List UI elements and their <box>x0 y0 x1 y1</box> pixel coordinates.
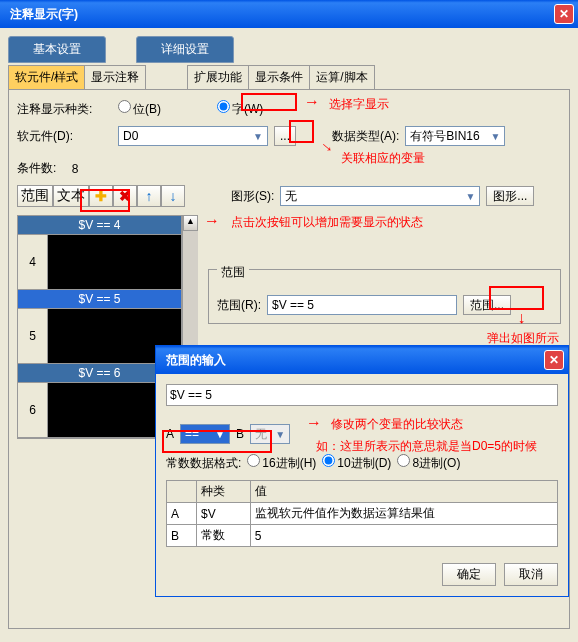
data-type-label: 数据类型(A): <box>332 128 399 145</box>
device-browse-button[interactable]: ... <box>274 126 296 146</box>
data-type-combo[interactable]: 有符号BIN16▼ <box>405 126 505 146</box>
device-combo[interactable]: D0▼ <box>118 126 268 146</box>
text-button[interactable]: 文本 <box>53 185 89 207</box>
dialog-title: 范围的输入 <box>160 352 544 369</box>
ok-button[interactable]: 确定 <box>442 563 496 586</box>
annotation: 如：这里所表示的意思就是当D0=5的时候 <box>316 438 537 455</box>
tab-extend[interactable]: 扩展功能 <box>187 65 249 90</box>
shape-browse-button[interactable]: 图形... <box>486 186 534 206</box>
up-button[interactable]: ↑ <box>137 185 161 207</box>
tab-detail[interactable]: 详细设置 <box>136 36 234 63</box>
window-title: 注释显示(字) <box>4 6 554 23</box>
add-button[interactable]: ✚ <box>89 185 113 207</box>
radio-bit[interactable]: 位(B) <box>118 100 161 118</box>
radio-hex[interactable]: 16进制(H) <box>247 454 316 472</box>
range-edit-button[interactable]: 范围... <box>463 295 511 315</box>
radio-dec[interactable]: 10进制(D) <box>322 454 391 472</box>
format-label: 常数数据格式: <box>166 455 241 472</box>
annotation: 关联相应的变量 <box>341 150 425 167</box>
cond-count-value: 8 <box>72 162 79 176</box>
down-button[interactable]: ↓ <box>161 185 185 207</box>
close-icon[interactable]: ✕ <box>544 350 564 370</box>
tab-script[interactable]: 运算/脚本 <box>309 65 374 90</box>
annotation: 选择字显示 <box>329 96 389 113</box>
close-icon[interactable]: ✕ <box>554 4 574 24</box>
annotation: 点击次按钮可以增加需要显示的状态 <box>231 214 423 231</box>
table-row: B常数5 <box>167 525 558 547</box>
list-item-head: $V == 5 <box>18 290 181 309</box>
b-combo: 无▼ <box>250 424 290 444</box>
shape-label: 图形(S): <box>231 188 274 205</box>
table-row: A$V监视软元件值作为数据运算结果值 <box>167 503 558 525</box>
display-type-label: 注释显示种类: <box>17 101 112 118</box>
scroll-up-icon[interactable]: ▲ <box>183 215 198 231</box>
cancel-button[interactable]: 取消 <box>504 563 558 586</box>
chevron-down-icon: ▼ <box>253 131 263 142</box>
radio-oct[interactable]: 8进制(O) <box>397 454 460 472</box>
chevron-down-icon: ▼ <box>465 191 475 202</box>
range-group: 范围 范围(R): $V == 5 范围... <box>208 269 561 324</box>
tab-basic[interactable]: 基本设置 <box>8 36 106 63</box>
device-label: 软元件(D): <box>17 128 112 145</box>
shape-combo[interactable]: 无▼ <box>280 186 480 206</box>
annotation: 修改两个变量的比较状态 <box>331 416 463 433</box>
radio-word[interactable]: 字(W) <box>217 100 263 118</box>
tab-condition[interactable]: 显示条件 <box>248 65 310 90</box>
chevron-down-icon: ▼ <box>275 429 285 440</box>
operator-combo[interactable]: ==▼ <box>180 424 230 444</box>
chevron-down-icon: ▼ <box>490 131 500 142</box>
chevron-down-icon: ▼ <box>215 429 225 440</box>
cond-count-label: 条件数: <box>17 160 56 177</box>
tab-display-comment[interactable]: 显示注释 <box>84 65 146 90</box>
var-table: 种类值 A$V监视软元件值作为数据运算结果值 B常数5 <box>166 480 558 547</box>
range-expr: $V == 5 <box>267 295 457 315</box>
tab-component[interactable]: 软元件/样式 <box>8 65 85 90</box>
range-label: 范围(R): <box>217 297 261 314</box>
expr-display: $V == 5 <box>166 384 558 406</box>
range-button[interactable]: 范围 <box>17 185 53 207</box>
list-item-head: $V == 4 <box>18 216 181 235</box>
delete-button[interactable]: ✖ <box>113 185 137 207</box>
